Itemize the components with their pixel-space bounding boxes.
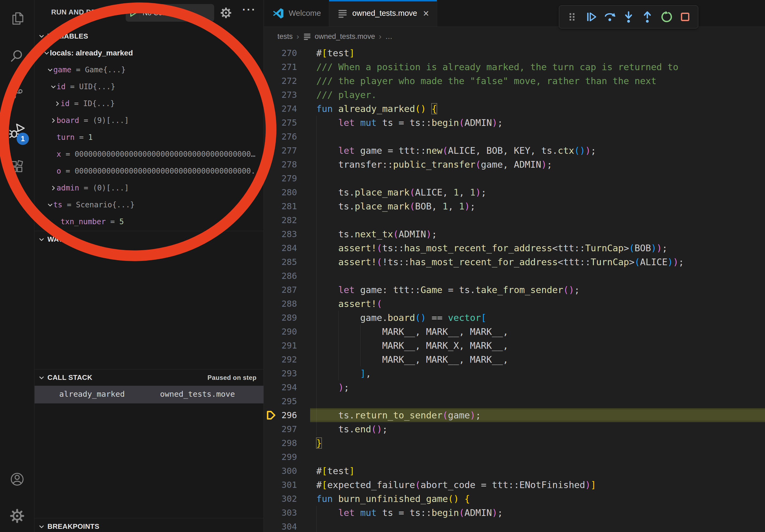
code-text[interactable]: /// player. [316,88,377,102]
code-text[interactable]: ); [316,381,349,394]
line-number[interactable]: 276 [264,130,297,143]
tab-welcome[interactable]: Welcome [264,0,329,27]
code-line-302[interactable]: 302fun burn_unfinished_game() { [264,492,765,506]
line-number[interactable]: 287 [264,283,297,297]
code-line-278[interactable]: 278 transfer::public_transfer(game, ADMI… [264,157,765,171]
line-number[interactable]: 270 [264,46,297,60]
code-line-291[interactable]: 291 MARK__, MARK_X, MARK__, [264,339,765,353]
variable-row-id[interactable]: id = UID{...} [35,78,264,95]
chevron-right-icon[interactable] [50,185,57,191]
code-text[interactable]: ], [316,367,371,381]
step-over-button[interactable] [601,8,618,25]
close-icon[interactable]: × [423,8,429,19]
code-editor[interactable]: 270#[test]271/// When a position is alre… [264,46,765,532]
chevron-down-icon[interactable] [47,67,53,73]
code-text[interactable]: game.board() == vector[ [316,311,486,325]
variable-row-game[interactable]: game = Game{...} [35,61,264,78]
code-line-289[interactable]: 289 game.board() == vector[ [264,311,765,325]
start-debug-icon[interactable] [130,8,138,17]
variable-row-turn[interactable]: turn = 1 [35,129,264,146]
variable-row-id[interactable]: id = ID{...} [35,95,264,112]
line-number[interactable]: 278 [264,157,297,171]
code-line-303[interactable]: 303 let mut ts = ts::begin(ADMIN); [264,506,765,520]
activity-item-source-control[interactable] [0,78,34,108]
code-line-287[interactable]: 287 let game: ttt::Game = ts.take_from_s… [264,283,765,297]
restart-button[interactable] [658,8,675,25]
code-text[interactable]: fun already_marked() { [316,102,437,116]
variable-row-o[interactable]: o = 000000000000000000000000000000000000… [35,162,264,179]
code-line-301[interactable]: 301#[expected_failure(abort_code = ttt::… [264,478,765,492]
code-line-281[interactable]: 281 ts.place_mark(BOB, 1, 1); [264,199,765,213]
activity-item-account[interactable] [0,464,34,494]
code-text[interactable]: fun burn_unfinished_game() { [316,492,470,506]
chevron-right-icon[interactable] [54,101,61,107]
code-line-297[interactable]: 297 ts.end(); [264,422,765,436]
line-number[interactable]: 275 [264,116,297,130]
variable-row-admin[interactable]: admin = (0)[...] [35,179,264,196]
line-number[interactable]: 277 [264,143,297,157]
more-actions-icon[interactable]: ··· [242,4,256,16]
chevron-down-icon[interactable] [43,50,50,56]
chevron-down-icon[interactable] [47,202,53,208]
line-number[interactable]: 295 [264,394,297,408]
code-line-304[interactable]: 304 [264,520,765,532]
activity-item-run-debug[interactable]: 1 [0,116,34,145]
continue-button[interactable] [582,8,599,25]
code-text[interactable]: assert!(ts::has_most_recent_for_address<… [316,241,667,255]
stop-button[interactable] [677,8,694,25]
launch-config-dropdown[interactable]: No Configur [126,4,214,22]
line-number[interactable]: 282 [264,213,297,227]
line-number[interactable]: 286 [264,269,297,283]
line-number[interactable]: 271 [264,60,297,74]
code-text[interactable]: ts.end(); [316,422,387,436]
line-number[interactable]: 280 [264,185,297,199]
activity-item-explorer[interactable] [0,4,34,33]
code-line-285[interactable]: 285 assert!(!ts::has_most_recent_for_add… [264,255,765,269]
code-text[interactable]: /// When a position is already marked, t… [316,60,678,74]
code-line-276[interactable]: 276 [264,130,765,143]
code-line-300[interactable]: 300#[test] [264,464,765,478]
code-text[interactable]: MARK__, MARK__, MARK__, [316,353,508,367]
code-text[interactable]: let game: ttt::Game = ts.take_from_sende… [316,283,580,297]
code-line-288[interactable]: 288 assert!( [264,297,765,311]
code-line-274[interactable]: 274fun already_marked() { [264,102,765,116]
line-number[interactable]: 284 [264,241,297,255]
step-into-button[interactable] [620,8,637,25]
debug-settings-gear-icon[interactable] [220,6,232,20]
line-number[interactable]: 289 [264,311,297,325]
code-text[interactable]: let game = ttt::new(ALICE, BOB, KEY, ts.… [316,143,596,157]
code-text[interactable]: #[test] [316,46,355,60]
line-number[interactable]: 298 [264,436,297,450]
activity-item-search[interactable] [0,41,34,71]
tab-owned-tests-move[interactable]: owned_tests.move× [329,0,437,27]
call-stack-section-header[interactable]: CALL STACK Paused on step [35,369,264,386]
line-number[interactable]: 292 [264,353,297,367]
code-line-270[interactable]: 270#[test] [264,46,765,60]
code-text[interactable]: MARK__, MARK__, MARK__, [316,325,508,339]
line-number[interactable]: 281 [264,199,297,213]
code-text[interactable]: MARK__, MARK_X, MARK__, [316,339,508,353]
line-number[interactable]: 291 [264,339,297,353]
code-line-295[interactable]: 295 [264,394,765,408]
code-text[interactable]: ts.place_mark(BOB, 1, 1); [316,199,475,213]
variables-section-header[interactable]: VARIABLES [35,28,264,45]
code-line-277[interactable]: 277 let game = ttt::new(ALICE, BOB, KEY,… [264,143,765,157]
code-line-286[interactable]: 286 [264,269,765,283]
line-number[interactable]: 303 [264,506,297,520]
line-number[interactable]: 296 [264,408,297,422]
line-number[interactable]: 290 [264,325,297,339]
code-text[interactable]: ts.place_mark(ALICE, 1, 1); [316,185,486,199]
code-text[interactable]: let mut ts = ts::begin(ADMIN); [316,506,503,520]
line-number[interactable]: 297 [264,422,297,436]
line-number[interactable]: 283 [264,227,297,241]
code-line-290[interactable]: 290 MARK__, MARK__, MARK__, [264,325,765,339]
variable-row-x[interactable]: x = 000000000000000000000000000000000000… [35,146,264,162]
code-line-279[interactable]: 279 [264,171,765,185]
code-line-292[interactable]: 292 MARK__, MARK__, MARK__, [264,353,765,367]
breadcrumb-item[interactable]: tests [278,32,293,41]
variable-row-txn_number[interactable]: txn_number = 5 [35,213,264,230]
code-line-299[interactable]: 299 [264,450,765,464]
breadcrumb-item[interactable]: owned_tests.move [303,32,375,41]
code-line-282[interactable]: 282 [264,213,765,227]
code-line-283[interactable]: 283 ts.next_tx(ADMIN); [264,227,765,241]
